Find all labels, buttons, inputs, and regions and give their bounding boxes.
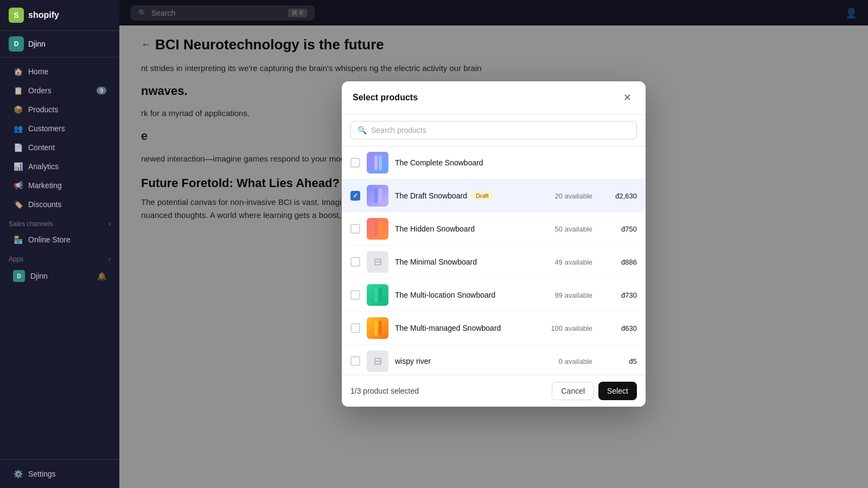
marketing-icon: 📢 — [13, 181, 23, 190]
sidebar-item-online-store-label: Online Store — [28, 235, 71, 244]
product-name-wispy: wispy river — [395, 357, 532, 365]
snowboard-multiloc-svg — [368, 285, 387, 305]
content-icon: 📄 — [13, 143, 23, 152]
product-checkbox-wispy[interactable] — [350, 356, 360, 366]
product-info-draft: The Draft Snowboard Draft — [395, 191, 532, 200]
product-item-minimal[interactable]: ⊟ The Minimal Snowboard 49 available đ88… — [342, 246, 646, 279]
product-availability-minimal: 49 available — [538, 258, 592, 266]
sidebar-item-settings[interactable]: ⚙️ Settings — [4, 465, 115, 483]
svg-rect-0 — [374, 155, 378, 170]
product-thumb-complete — [367, 152, 388, 174]
sidebar-nav: 🏠 Home 📋 Orders 9 📦 Products 👥 Customers… — [0, 57, 119, 459]
product-price-draft: đ2,630 — [599, 192, 637, 200]
product-price-wispy: đ5 — [599, 357, 637, 365]
sidebar-item-orders[interactable]: 📋 Orders 9 — [4, 81, 115, 100]
sidebar-item-analytics[interactable]: 📊 Analytics — [4, 157, 115, 176]
sidebar-item-marketing[interactable]: 📢 Marketing — [4, 176, 115, 195]
sidebar-item-products[interactable]: 📦 Products — [4, 100, 115, 119]
sidebar-item-discounts-label: Discounts — [28, 200, 61, 209]
product-price-hidden: đ750 — [599, 225, 637, 233]
product-checkbox-draft[interactable] — [350, 191, 360, 201]
product-price-multi-loc: đ730 — [599, 291, 637, 299]
product-checkbox-complete[interactable] — [350, 158, 360, 168]
sidebar-item-content[interactable]: 📄 Content — [4, 138, 115, 157]
apps-arrow[interactable]: › — [108, 255, 111, 263]
product-item-multi-loc[interactable]: The Multi-location Snowboard 99 availabl… — [342, 279, 646, 312]
sidebar-item-online-store[interactable]: 🏪 Online Store — [4, 230, 115, 249]
modal-search-input-wrapper: 🔍 — [350, 121, 637, 139]
sidebar-item-customers[interactable]: 👥 Customers — [4, 119, 115, 138]
analytics-icon: 📊 — [13, 162, 23, 171]
bell-icon: 🔔 — [97, 272, 106, 280]
svg-rect-5 — [379, 221, 382, 236]
store-icon: D — [9, 36, 24, 52]
product-item-wispy[interactable]: ⊟ wispy river 0 available đ5 — [342, 345, 646, 375]
product-availability-multi-man: 100 available — [538, 324, 592, 332]
product-info-multi-loc: The Multi-location Snowboard — [395, 291, 532, 299]
orders-icon: 📋 — [13, 86, 23, 95]
footer-selected-text: 1/3 product selected — [350, 387, 419, 395]
modal-search-area: 🔍 — [342, 114, 646, 146]
orders-badge: 9 — [97, 87, 106, 94]
product-item-complete[interactable]: The Complete Snowboard — [342, 146, 646, 179]
customers-icon: 👥 — [13, 124, 23, 133]
modal-search-field[interactable] — [371, 126, 630, 134]
discounts-icon: 🏷️ — [13, 200, 23, 209]
sidebar-item-djinn[interactable]: D Djinn 🔔 — [4, 266, 115, 286]
modal-header: Select products ✕ — [342, 81, 646, 114]
snowboard-complete-svg — [368, 153, 387, 172]
sales-channels-arrow[interactable]: › — [108, 220, 111, 228]
sidebar-item-analytics-label: Analytics — [28, 162, 59, 171]
svg-rect-8 — [374, 320, 378, 336]
product-checkbox-multi-loc[interactable] — [350, 290, 360, 300]
product-name-multi-man: The Multi-managed Snowboard — [395, 324, 532, 332]
product-checkbox-hidden[interactable] — [350, 224, 360, 234]
select-products-modal: Select products ✕ 🔍 The Complete — [342, 81, 646, 407]
product-item-draft[interactable]: The Draft Snowboard Draft 20 available đ… — [342, 179, 646, 213]
product-info-wispy: wispy river — [395, 357, 532, 365]
select-button[interactable]: Select — [598, 382, 637, 400]
products-icon: 📦 — [13, 105, 23, 114]
sidebar-item-customers-label: Customers — [28, 124, 65, 133]
product-price-minimal: đ886 — [599, 258, 637, 266]
cancel-button[interactable]: Cancel — [552, 382, 594, 400]
apps-label: Apps — [9, 255, 23, 263]
svg-rect-1 — [379, 155, 382, 170]
sidebar-store[interactable]: D Djinn — [0, 31, 119, 57]
product-price-multi-man: đ630 — [599, 324, 637, 332]
product-thumb-hidden — [367, 218, 388, 240]
product-name-minimal: The Minimal Snowboard — [395, 258, 532, 266]
svg-rect-4 — [374, 221, 378, 236]
product-name-multi-loc: The Multi-location Snowboard — [395, 291, 532, 299]
snowboard-hidden-svg — [368, 219, 387, 239]
product-availability-hidden: 50 available — [538, 225, 592, 233]
store-name: Djinn — [28, 40, 46, 48]
djinn-icon: D — [13, 270, 25, 282]
main-area: 🔍 Search ⌘ K 👤 ← BCI Neurotechnology is … — [119, 0, 868, 488]
sidebar-item-settings-label: Settings — [28, 470, 56, 478]
footer-actions: Cancel Select — [552, 382, 637, 400]
modal-title: Select products — [353, 93, 418, 102]
sidebar-item-djinn-label: Djinn — [30, 272, 48, 280]
product-checkbox-minimal[interactable] — [350, 257, 360, 267]
sidebar-item-content-label: Content — [28, 143, 55, 152]
product-checkbox-multi-man[interactable] — [350, 323, 360, 333]
shopify-logo-text: shopify — [28, 10, 59, 20]
product-availability-multi-loc: 99 available — [538, 291, 592, 299]
product-info-complete: The Complete Snowboard — [395, 158, 532, 167]
snowboard-draft-svg — [368, 186, 387, 206]
home-icon: 🏠 — [13, 67, 23, 76]
modal-search-icon: 🔍 — [358, 126, 367, 134]
sidebar-item-home[interactable]: 🏠 Home — [4, 62, 115, 81]
product-item-hidden[interactable]: The Hidden Snowboard 50 available đ750 — [342, 213, 646, 246]
sidebar-item-home-label: Home — [28, 67, 48, 76]
sidebar: S shopify D Djinn 🏠 Home 📋 Orders 9 📦 Pr… — [0, 0, 119, 488]
product-item-multi-man[interactable]: The Multi-managed Snowboard 100 availabl… — [342, 312, 646, 345]
modal-close-button[interactable]: ✕ — [620, 90, 635, 105]
product-info-hidden: The Hidden Snowboard — [395, 224, 532, 233]
sidebar-logo: S shopify — [0, 0, 119, 31]
sales-channels-label: Sales channels — [9, 220, 53, 228]
settings-icon: ⚙️ — [13, 469, 23, 479]
svg-rect-7 — [379, 287, 382, 303]
sidebar-item-discounts[interactable]: 🏷️ Discounts — [4, 195, 115, 214]
